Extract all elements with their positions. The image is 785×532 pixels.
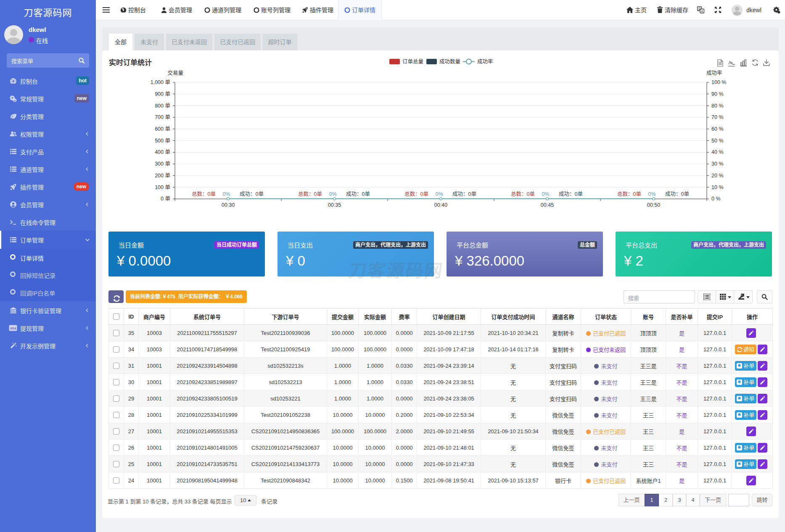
svg-text:0%: 0% <box>329 191 336 197</box>
svg-text:00:50: 00:50 <box>647 202 660 208</box>
svg-text:0%: 0% <box>542 191 549 197</box>
svg-text:80 %: 80 % <box>711 103 724 109</box>
svg-text:300 单: 300 单 <box>155 161 170 167</box>
svg-text:20 %: 20 % <box>711 173 724 179</box>
svg-text:00:35: 00:35 <box>328 202 341 208</box>
svg-text:700 单: 700 单 <box>155 114 170 120</box>
svg-text:成功：0单: 成功：0单 <box>240 191 264 197</box>
svg-text:600 单: 600 单 <box>155 126 170 132</box>
svg-text:100 单: 100 单 <box>155 184 170 190</box>
svg-text:90 %: 90 % <box>711 91 724 97</box>
svg-text:900 单: 900 单 <box>155 91 170 97</box>
svg-text:0%: 0% <box>648 191 655 197</box>
svg-text:VISA: VISA <box>10 327 16 330</box>
svg-text:总数：0单: 总数：0单 <box>617 191 641 197</box>
svg-text:成功：0单: 成功：0单 <box>346 191 370 197</box>
svg-text:500 单: 500 单 <box>155 138 170 144</box>
svg-text:1,000 单: 1,000 单 <box>151 79 170 85</box>
svg-text:0%: 0% <box>222 191 230 197</box>
svg-text:订单总量: 订单总量 <box>402 59 423 65</box>
svg-text:30 %: 30 % <box>711 161 724 167</box>
svg-text:成功率: 成功率 <box>477 58 493 65</box>
svg-text:成功：0单: 成功：0单 <box>452 191 476 197</box>
svg-text:0 %: 0 % <box>711 196 721 202</box>
svg-text:成功：0单: 成功：0单 <box>665 191 689 197</box>
svg-text:200 单: 200 单 <box>155 173 170 179</box>
svg-text:100 %: 100 % <box>711 79 726 85</box>
svg-text:成功数量: 成功数量 <box>439 58 460 65</box>
svg-text:实时订单统计: 实时订单统计 <box>109 58 152 67</box>
svg-text:总数：0单: 总数：0单 <box>192 191 216 197</box>
svg-text:0 单: 0 单 <box>161 196 170 202</box>
svg-text:总数：0单: 总数：0单 <box>511 191 535 197</box>
svg-text:00:40: 00:40 <box>434 202 447 208</box>
svg-text:A: A <box>701 9 703 13</box>
svg-text:40 %: 40 % <box>711 149 724 155</box>
svg-text:00:30: 00:30 <box>222 202 235 208</box>
svg-text:总数：0单: 总数：0单 <box>298 191 322 197</box>
svg-text:成功：0单: 成功：0单 <box>559 191 583 197</box>
svg-text:00:45: 00:45 <box>541 202 554 208</box>
svg-text:0%: 0% <box>435 191 443 197</box>
svg-text:10 %: 10 % <box>711 184 724 190</box>
svg-text:成功率: 成功率 <box>706 70 722 76</box>
svg-text:800 单: 800 单 <box>155 103 170 109</box>
svg-text:60 %: 60 % <box>711 126 724 132</box>
svg-text:总数：0单: 总数：0单 <box>404 191 428 197</box>
svg-text:50 %: 50 % <box>711 138 724 144</box>
svg-text:400 单: 400 单 <box>155 149 170 155</box>
svg-text:交易量: 交易量 <box>167 70 183 76</box>
svg-text:70 %: 70 % <box>711 114 724 120</box>
